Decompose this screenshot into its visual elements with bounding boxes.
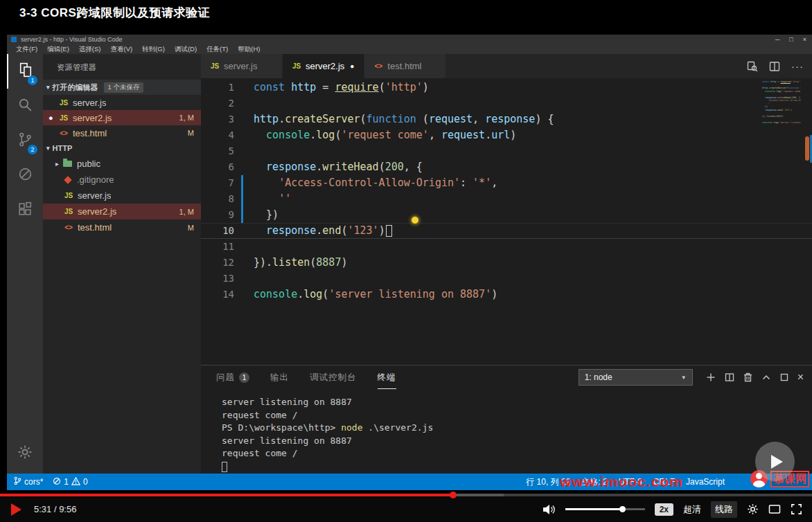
close-icon[interactable]: ×	[803, 36, 806, 43]
code-token: url	[491, 129, 510, 141]
open-editor-item[interactable]: ●JSserver2.js1, M	[43, 110, 201, 125]
minimap[interactable]: const http = require('http')http.createS…	[762, 80, 801, 124]
statusbar-item[interactable]: JavaScript	[686, 477, 725, 487]
menu-item[interactable]: 转到(G)	[137, 45, 170, 54]
activitybar-explorer[interactable]: 1	[7, 54, 43, 89]
code-token: (	[379, 81, 385, 93]
activitybar-debug[interactable]	[7, 158, 43, 192]
menu-item[interactable]: 任务(T)	[202, 45, 233, 54]
line-number: 13	[201, 271, 234, 287]
open-preview-icon[interactable]	[747, 61, 758, 72]
line-number: 2	[201, 96, 234, 111]
open-editors-header[interactable]: ▾ 打开的编辑器 1 个未保存	[43, 80, 201, 95]
code-token: 'server listening on 8887'	[328, 288, 491, 300]
maximize-panel-icon[interactable]	[780, 373, 788, 381]
tabbar-tabs: JSserver.jsJSserver2.js●<>test.html	[201, 54, 446, 78]
play-button[interactable]	[11, 503, 21, 516]
folder-header[interactable]: ▾ HTTP	[43, 141, 201, 156]
panel-tab[interactable]: 调试控制台	[310, 366, 357, 389]
code-token: )	[341, 256, 347, 269]
new-terminal-icon[interactable]	[706, 372, 716, 382]
file-tree-item[interactable]: JSserver.js	[43, 188, 201, 204]
panel-tab[interactable]: 终端	[378, 366, 396, 389]
line-number: 7	[201, 175, 234, 191]
panel-tab[interactable]: 问题1	[216, 366, 249, 389]
code-token: .	[266, 256, 272, 269]
minimap-token: require	[781, 80, 791, 83]
close-panel-icon[interactable]: ×	[797, 371, 804, 384]
activitybar-source-control[interactable]: 2	[7, 123, 43, 158]
panel-tab[interactable]: 输出	[270, 366, 289, 389]
route-button[interactable]: 线路	[711, 501, 737, 518]
kill-terminal-icon[interactable]	[743, 372, 752, 382]
open-editor-item[interactable]: <>test.htmlM	[43, 125, 201, 141]
maximize-icon[interactable]: □	[789, 36, 793, 43]
editor-tab[interactable]: <>test.html	[364, 54, 446, 78]
chevron-up-icon[interactable]	[761, 372, 771, 382]
more-actions-icon[interactable]: ···	[791, 60, 804, 72]
editor-scrollbar[interactable]	[802, 78, 812, 365]
speed-button[interactable]: 2x	[655, 503, 673, 516]
fullscreen-icon[interactable]	[791, 503, 802, 515]
code-token: )	[491, 288, 497, 300]
code-token: console	[266, 129, 310, 141]
terminal-token: node	[341, 422, 362, 433]
activitybar-extensions[interactable]	[7, 192, 43, 227]
menu-item[interactable]: 调试(D)	[170, 45, 202, 54]
panel-tabs: 问题1输出调试控制台终端	[216, 366, 417, 389]
code-token: log	[316, 129, 335, 141]
html-file-icon: <>	[58, 129, 69, 137]
theater-mode-icon[interactable]	[768, 504, 781, 514]
volume-icon[interactable]	[542, 504, 556, 515]
settings-gear-icon[interactable]	[7, 435, 43, 469]
file-tree-item[interactable]: .gitignore	[43, 172, 201, 188]
code-token: })	[254, 208, 279, 221]
scm-badge: 2	[28, 145, 37, 154]
line-number: 4	[201, 127, 234, 143]
file-tree-item[interactable]: JSserver2.js1, M	[43, 204, 201, 219]
volume-slider[interactable]	[565, 508, 645, 510]
code-token: (	[310, 256, 316, 269]
overview-warning-marker	[805, 136, 809, 161]
code-token: response	[266, 161, 316, 173]
tab-label: server.js	[224, 61, 257, 71]
file-name: server.js	[73, 98, 106, 108]
menu-item[interactable]: 帮助(H)	[233, 45, 265, 54]
code-token: http	[254, 113, 279, 125]
problems-indicator[interactable]: 1 0	[53, 477, 87, 487]
code-token	[254, 192, 279, 205]
menu-item[interactable]: 选择(S)	[74, 45, 106, 54]
terminal-picker[interactable]: 1: node ▼	[579, 369, 693, 386]
code-editor[interactable]: 1const http = require('http')23http.crea…	[201, 78, 812, 365]
volume-handle[interactable]	[619, 506, 626, 512]
terminal-token: request come /	[222, 410, 298, 420]
file-tree-item[interactable]: <>test.htmlM	[43, 219, 201, 235]
minimize-icon[interactable]: ─	[775, 36, 779, 43]
terminal-line: PS D:\workspace\http> node .\server2.js	[222, 422, 798, 435]
split-terminal-icon[interactable]	[725, 372, 734, 382]
overlay-play-button[interactable]	[755, 442, 795, 481]
quality-button[interactable]: 超清	[683, 503, 701, 516]
code-token: .	[316, 224, 322, 237]
branch-name: cors*	[24, 477, 43, 487]
minimap-token: writeHead	[777, 96, 790, 99]
minimap-token: 'request come'	[782, 90, 801, 93]
file-name: server2.js	[78, 206, 116, 217]
js-file-icon: JS	[291, 62, 302, 70]
menu-item[interactable]: 文件(F)	[11, 45, 42, 54]
git-branch-indicator[interactable]: cors*	[14, 476, 43, 487]
menu-item[interactable]: 查看(V)	[105, 45, 137, 54]
open-editor-item[interactable]: JSserver.js	[43, 95, 201, 110]
minimap-token: })	[762, 105, 768, 108]
editor-tab[interactable]: JSserver2.js●	[283, 54, 364, 78]
activitybar-search[interactable]	[7, 89, 43, 123]
folder-icon	[63, 161, 72, 167]
terminal-line: request come /	[222, 447, 798, 460]
tab-dirty-dot: ●	[350, 62, 357, 70]
player-settings-gear-icon[interactable]	[747, 503, 759, 515]
split-editor-icon[interactable]	[769, 61, 780, 72]
terminal[interactable]: server listening on 8887request come /PS…	[222, 396, 798, 473]
menu-item[interactable]: 编辑(E)	[42, 45, 74, 54]
file-tree-item[interactable]: ▸public	[43, 156, 201, 172]
editor-tab[interactable]: JSserver.js	[201, 54, 283, 78]
